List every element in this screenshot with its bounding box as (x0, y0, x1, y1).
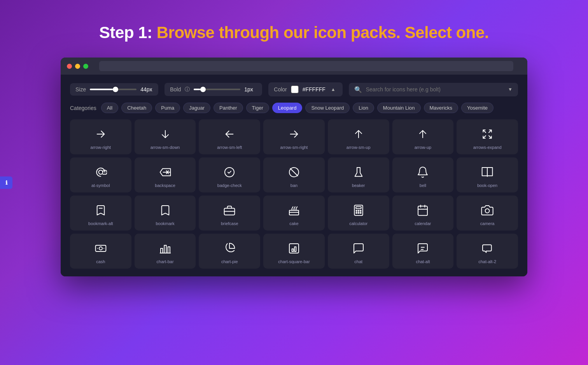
icon-card-arrow-sm-left[interactable]: arrow-sm-left (199, 119, 260, 154)
size-label: Size (75, 86, 86, 93)
address-bar (99, 61, 513, 71)
color-control: Color #FFFFFF ▲ (268, 82, 342, 96)
cat-btn-panther[interactable]: Panther (214, 103, 243, 113)
cat-btn-puma[interactable]: Puma (155, 103, 180, 113)
traffic-light-minimize[interactable] (75, 64, 80, 69)
icon-card-book-open[interactable]: book-open (457, 157, 518, 192)
cat-btn-mavericks[interactable]: Mavericks (424, 103, 458, 113)
arrow-sm-down-icon (159, 127, 172, 141)
icon-grid: arrow-right arrow-sm-down arrow-sm-left … (70, 119, 518, 269)
icon-card-backspace[interactable]: backspace (135, 157, 196, 192)
icon-card-bookmark-alt[interactable]: bookmark-alt (70, 196, 131, 231)
calendar-icon (416, 203, 429, 217)
bold-info-icon: ⓘ (185, 86, 190, 93)
icon-card-arrows-expand[interactable]: arrows-expand (457, 119, 518, 154)
cat-btn-lion[interactable]: Lion (353, 103, 374, 113)
icon-card-ban[interactable]: ban (263, 157, 325, 192)
icon-card-cash[interactable]: cash (70, 234, 131, 269)
browser-content: Size 44px Bold ⓘ 1px Color (61, 75, 527, 276)
icon-card-at-symbol[interactable]: at-symbol (70, 157, 131, 192)
chat-alt-2-icon (481, 241, 494, 255)
icon-card-calendar[interactable]: calendar (392, 196, 454, 231)
calculator-icon (352, 203, 365, 217)
icon-card-chat-alt-2[interactable]: chat-alt-2 (457, 234, 518, 269)
icon-card-briefcase[interactable]: briefcase (199, 196, 260, 231)
svg-rect-10 (356, 207, 361, 209)
size-control: Size 44px (70, 83, 158, 96)
search-dropdown-button[interactable]: ▼ (508, 87, 513, 92)
categories-bar: Categories All Cheetah Puma Jaguar Panth… (70, 103, 518, 113)
traffic-light-close[interactable] (67, 64, 72, 69)
color-label: Color (274, 86, 287, 93)
side-info-button[interactable]: ℹ (0, 176, 12, 189)
icon-card-cake[interactable]: cake (263, 196, 325, 231)
color-chevron-up[interactable]: ▲ (329, 87, 337, 92)
icon-card-chat-alt[interactable]: chat-alt (392, 234, 454, 269)
cat-btn-snow-leopard[interactable]: Snow Leopard (305, 103, 350, 113)
icon-label-arrow-sm-right: arrow-sm-right (280, 145, 308, 150)
icon-label-arrow-sm-left: arrow-sm-left (217, 145, 242, 150)
icon-label-arrow-sm-up: arrow-sm-up (346, 145, 371, 150)
svg-point-16 (360, 212, 361, 213)
chat-icon (352, 241, 365, 255)
icon-card-chat[interactable]: chat (328, 234, 389, 269)
icon-card-calculator[interactable]: calculator (328, 196, 389, 231)
bold-slider-track[interactable] (194, 89, 240, 90)
color-swatch[interactable] (291, 86, 299, 93)
svg-line-3 (290, 169, 298, 176)
icon-label-arrow-sm-down: arrow-sm-down (150, 145, 180, 150)
icon-card-arrow-sm-up[interactable]: arrow-sm-up (328, 119, 389, 154)
search-icon: 🔍 (354, 86, 362, 93)
svg-rect-22 (96, 245, 106, 251)
chart-pie-icon (223, 241, 236, 255)
icon-card-bell[interactable]: bell (392, 157, 454, 192)
icon-card-beaker[interactable]: beaker (328, 157, 389, 192)
camera-icon (481, 203, 494, 217)
icon-label-beaker: beaker (352, 183, 365, 188)
icon-card-camera[interactable]: camera (457, 196, 518, 231)
icon-label-book-open: book-open (477, 183, 497, 188)
icon-card-bookmark[interactable]: bookmark (135, 196, 196, 231)
cat-btn-leopard[interactable]: Leopard (272, 103, 303, 113)
icon-card-chart-square-bar[interactable]: chart-square-bar (263, 234, 325, 269)
arrow-sm-right-icon (288, 127, 300, 141)
beaker-icon (352, 165, 365, 179)
svg-rect-29 (292, 249, 294, 251)
hero-title: Step 1: Browse through our icon packs. S… (99, 23, 489, 42)
icon-label-arrows-expand: arrows-expand (473, 145, 502, 150)
cat-btn-yosemite[interactable]: Yosemite (461, 103, 494, 113)
icon-card-arrow-sm-down[interactable]: arrow-sm-down (135, 119, 196, 154)
cat-btn-mountain-lion[interactable]: Mountain Lion (377, 103, 421, 113)
svg-point-14 (356, 212, 357, 213)
badge-check-icon (223, 165, 236, 179)
at-symbol-icon (94, 165, 107, 179)
cat-btn-all[interactable]: All (101, 103, 118, 113)
ban-icon (288, 165, 300, 179)
icon-card-arrow-up[interactable]: arrow-up (392, 119, 454, 154)
icon-label-chat-alt: chat-alt (416, 259, 430, 264)
controls-bar: Size 44px Bold ⓘ 1px Color (70, 82, 518, 96)
browser-titlebar (61, 58, 527, 75)
icon-label-ban: ban (290, 183, 298, 188)
cat-btn-cheetah[interactable]: Cheetah (121, 103, 152, 113)
icon-card-arrow-right[interactable]: arrow-right (70, 119, 131, 154)
icon-card-arrow-sm-right[interactable]: arrow-sm-right (263, 119, 325, 154)
icon-card-badge-check[interactable]: badge-check (199, 157, 260, 192)
cat-btn-tiger[interactable]: Tiger (246, 103, 269, 113)
icon-card-chart-pie[interactable]: chart-pie (199, 234, 260, 269)
icon-label-chat-alt-2: chat-alt-2 (478, 259, 496, 264)
cash-icon (94, 241, 107, 255)
search-input[interactable] (366, 86, 504, 93)
bookmark-icon (159, 203, 172, 217)
svg-rect-30 (294, 247, 296, 251)
size-slider-track[interactable] (90, 89, 136, 90)
bold-label: Bold (170, 86, 181, 93)
traffic-light-fullscreen[interactable] (83, 64, 88, 69)
icon-card-chart-bar[interactable]: chart-bar (135, 234, 196, 269)
arrow-sm-left-icon (223, 127, 236, 141)
search-group: 🔍 ▼ (349, 83, 518, 96)
icon-label-camera: camera (480, 221, 495, 226)
briefcase-icon (223, 203, 236, 217)
backspace-icon (159, 165, 172, 179)
cat-btn-jaguar[interactable]: Jaguar (183, 103, 210, 113)
